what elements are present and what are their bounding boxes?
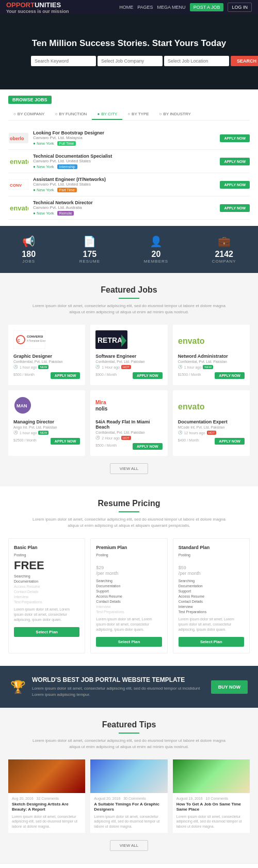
job-info: Technical Documentation Specialist Canva… [33, 154, 216, 169]
pricing-feature: Posting [96, 553, 162, 557]
tab-by-industry[interactable]: ○BY INDUSTRY [154, 109, 196, 120]
tab-by-function[interactable]: ○BY FUNCTION [50, 109, 92, 120]
badge-new: NEW [203, 365, 213, 369]
nav-pages[interactable]: PAGES [137, 5, 153, 10]
job-type-badge: Part Time [57, 188, 77, 192]
nav-links: HOME PAGES MEGA MENU POST A JOB LOG IN [119, 3, 252, 12]
pricing-select-button[interactable]: Select Plan [96, 637, 162, 647]
featured-jobs-section: Featured Jobs Lorem ipsum dolor sit amet… [0, 273, 258, 486]
promo-buy-button[interactable]: BUY NOW [211, 680, 248, 694]
pricing-card-premium: Premium Plan Posting $29 /per month Sear… [90, 538, 167, 653]
job-card-apply-button[interactable]: APPLY NOW [215, 372, 245, 379]
promo-icon: 🏆 [10, 680, 26, 694]
apply-button[interactable]: APPLY NOW [220, 134, 250, 142]
pricing-plan-name: Premium Plan [96, 545, 162, 550]
badge-new: NEW [38, 431, 49, 435]
job-card-title: Netword Administrator [178, 354, 245, 359]
job-card-time: 🕓 1 hour ago NEW [178, 365, 245, 369]
job-card-apply-button[interactable]: APPLY NOW [215, 438, 245, 445]
brand-tagline: Your success is our mission [6, 9, 69, 14]
job-card-bottom: $1500 / Month APPLY NOW [178, 371, 245, 380]
stat-resume-label: RESUME [79, 259, 100, 264]
promo-title: WORLD'S BEST JOB PORTAL WEBSITE TEMPLATE [32, 676, 205, 683]
nav-mega-menu[interactable]: MEGA MENU [157, 5, 186, 10]
pricing-select-button[interactable]: Select Plan [14, 627, 79, 637]
tip-content: August 20, 2016 30 Comments A Suitable T… [90, 793, 167, 833]
svg-text:CONV: CONV [10, 183, 22, 188]
brand-rtuni: UNITIES [35, 1, 61, 9]
pricing-desc: Lorem ipsum dolor sit amet, consectetur … [31, 516, 227, 529]
apply-button[interactable]: APPLY NOW [220, 181, 250, 189]
badge-new: NEW [38, 365, 49, 369]
login-button[interactable]: LOG IN [228, 3, 252, 12]
job-card-apply-button[interactable]: APPLY NOW [51, 438, 80, 445]
pricing-feature: Test Preparations [179, 610, 244, 614]
pricing-title: Resume Pricing [8, 499, 250, 508]
job-title: Looking For Bootstrap Designer [33, 130, 216, 135]
search-keyword-input[interactable] [31, 56, 96, 66]
svg-text:CONVERSI: CONVERSI [27, 335, 43, 338]
pricing-price-sub: /per month [179, 571, 244, 576]
job-card-salary: $900 / Month [95, 371, 117, 377]
job-info: Looking For Bootstrap Designer Canvaro P… [33, 130, 216, 146]
nav-home[interactable]: HOME [119, 5, 133, 10]
tip-meta: August 20, 2016 30 Comments [94, 797, 164, 800]
job-card: envato Documentation Expert MCode Int. P… [173, 390, 250, 456]
pricing-price-sub: /per month [96, 571, 162, 576]
job-card-title: Graphic Designer [13, 354, 80, 359]
pricing-plan-desc: Lorem ipsum dolor sit amet, Lorem ipsum … [96, 617, 162, 632]
job-card: MAN Managing Director Ango Int. Pvt. Ltd… [8, 390, 85, 456]
svg-text:envato: envato [178, 337, 205, 345]
navbar: OPPORTUNITIES Your success is our missio… [0, 0, 258, 14]
hero-title: Ten Million Success Stories. Start Yours… [32, 38, 227, 49]
job-title: Assistant Engineer (IT/Networks) [33, 177, 216, 182]
badge-hot: HOT [121, 436, 131, 440]
tab-by-city[interactable]: ●BY CITY [92, 109, 122, 120]
badge-hot: HOT [121, 365, 131, 369]
job-type-badge: Internship [57, 164, 77, 169]
pricing-feature: Access Resume [179, 595, 244, 598]
stat-resume: 📄 175 RESUME [79, 235, 100, 264]
tab-by-company[interactable]: ○BY COMPANY [8, 109, 50, 120]
apply-button[interactable]: APPLY NOW [220, 158, 250, 165]
section-divider [119, 511, 139, 512]
search-location-input[interactable] [164, 56, 229, 66]
pricing-feature: Searching [14, 574, 79, 578]
job-card-apply-button[interactable]: APPLY NOW [133, 372, 163, 379]
stat-company-number: 2142 [212, 250, 236, 259]
job-logo-conversi: CONV [8, 178, 29, 191]
job-card-logo-manetics: MAN [13, 395, 80, 415]
job-meta: ● New York Internship [33, 164, 216, 169]
job-card-company: Confidential, Pvt. Ltd. Pakistan [95, 360, 162, 363]
apply-button[interactable]: APPLY NOW [220, 204, 250, 212]
job-card-title: Software Engineer [95, 354, 162, 359]
job-location: ● New York [33, 141, 54, 146]
tip-desc: Lorem ipsum dolor sit amet, consectetur … [94, 814, 164, 829]
job-card-apply-button[interactable]: APPLY NOW [51, 372, 80, 379]
stat-company-icon: 💼 [212, 235, 236, 248]
pricing-select-button[interactable]: Select Plan [179, 637, 244, 647]
job-card: CCONVERSIA Template Economy Logo Graphic… [8, 325, 85, 385]
job-card-time: 🕓 1 hour ago NEW [13, 365, 80, 369]
featured-jobs-view-all[interactable]: VIEW ALL [110, 463, 148, 474]
job-card-salary: $500 / Month [95, 442, 117, 448]
job-card-logo-envato2: envato [178, 395, 245, 415]
stat-members-label: MEMBERS [144, 259, 168, 264]
pricing-card-standard: Standard Plan Posting $59 /per month Sea… [173, 538, 250, 653]
search-company-input[interactable] [98, 56, 163, 66]
brands-footer: Brand ✦ Designer GAUCHO ✦ gigachair Bran… [0, 863, 258, 868]
job-title: Technical Network Director [33, 200, 216, 205]
job-card: Miranolis 54iA Ready Flat In Miami Beach… [90, 390, 167, 456]
job-card-apply-button[interactable]: APPLY NOW [133, 443, 163, 450]
tip-desc: Lorem ipsum dolor sit amet, consectetur … [12, 814, 82, 829]
tips-view-all-button[interactable]: VIEW ALL [110, 840, 148, 851]
job-logo-envato2: envato [8, 202, 29, 214]
job-company: Canvaro Pvt. Ltd. Australia [33, 205, 216, 210]
search-button[interactable]: SEARCH [231, 56, 258, 66]
post-job-button[interactable]: POST A JOB [190, 3, 224, 11]
tab-by-type[interactable]: ○BY TYPE [122, 109, 154, 120]
pricing-feature-disabled: Test Preparations [14, 600, 79, 604]
pricing-plan-desc: Lorem ipsum dolor sit amet, Lorem ipsum … [179, 617, 244, 632]
tip-content: Aug 20, 2016 32 Comments Sketch Designin… [8, 793, 85, 833]
hero-section: Ten Million Success Stories. Start Yours… [0, 14, 258, 89]
